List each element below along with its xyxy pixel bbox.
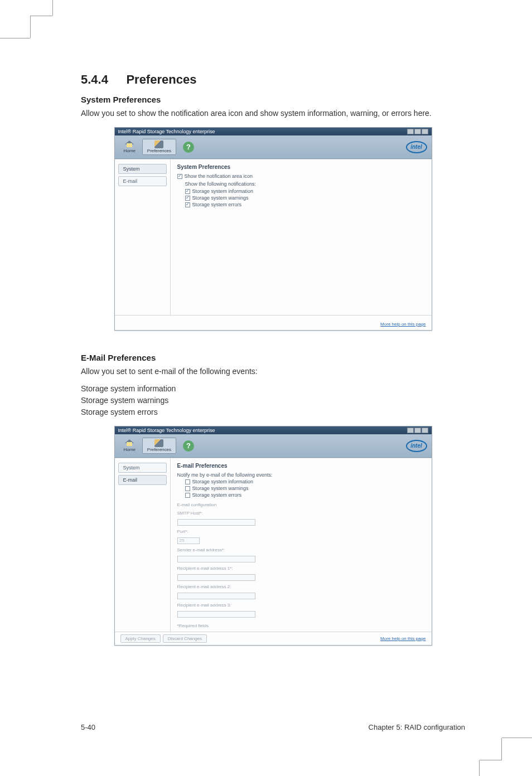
section-title: Preferences [126,72,196,87]
main-pane: E-mail Preferences Notify me by e-mail o… [171,458,432,632]
notify-label: Notify me by e-mail of the following eve… [177,472,425,478]
window-title: Intel® Rapid Storage Technology enterpri… [118,129,215,134]
apply-button[interactable]: Apply Changes [120,634,161,643]
notify-info-row[interactable]: Storage system information [185,479,425,484]
sender-label: Sender e-mail address*: [177,547,425,552]
intel-logo: intel [406,141,427,153]
preferences-label: Preferences [147,447,171,452]
home-icon [125,140,134,148]
pane-title: System Preferences [177,164,425,170]
notify-errors-row[interactable]: Storage system errors [185,492,425,498]
show-icon-label: Show the notification area icon [185,173,253,179]
smtp-label: SMTP Host*: [177,511,425,516]
page-number: 5-40 [81,723,95,731]
checkbox-icon[interactable]: ✓ [177,174,182,179]
event-errors: Storage system errors [81,406,465,418]
home-icon [125,439,134,447]
checkbox-icon[interactable] [185,486,190,491]
pane-title: E-mail Preferences [177,463,425,469]
sidebar-item-email[interactable]: E-mail [118,475,167,485]
recipient2-input[interactable] [177,593,255,599]
home-label: Home [124,148,136,153]
checkbox-icon[interactable]: ✓ [185,196,190,201]
email-preferences-heading: E-Mail Preferences [81,353,465,362]
show-following-label: Show the following notifications: [185,181,425,187]
sidebar: System E-mail [115,458,171,632]
home-button[interactable]: Home [119,139,140,154]
checkbox-icon[interactable] [185,493,190,498]
notify-info-label: Storage system information [192,188,254,194]
checkbox-icon[interactable] [185,479,190,484]
close-icon[interactable] [422,428,428,433]
notify-warnings-row[interactable]: Storage system warnings [185,486,425,491]
toolbar: Home Preferences ? intel [115,434,432,458]
sidebar: System E-mail [115,159,171,315]
help-button[interactable]: ? [178,140,199,154]
notify-info-label: Storage system information [192,479,254,484]
system-preferences-heading: System Preferences [81,95,465,104]
port-input[interactable] [177,537,200,544]
section-number: 5.4.4 [81,72,108,87]
main-pane: System Preferences ✓ Show the notificati… [171,159,432,315]
wrench-icon [154,439,163,447]
email-preferences-body: Allow you set to sent e-mail of the foll… [81,366,465,377]
sidebar-item-system[interactable]: System [118,164,167,174]
smtp-input[interactable] [177,519,255,526]
recipient1-input[interactable] [177,574,255,581]
event-warnings: Storage system warnings [81,395,465,406]
maximize-icon[interactable] [414,129,421,134]
screenshot-email-preferences: Intel® Rapid Storage Technology enterpri… [114,426,432,646]
home-label: Home [124,447,136,452]
preferences-button[interactable]: Preferences [142,438,176,454]
recipient2-label: Recipient e-mail address 2: [177,584,425,589]
email-config-label: E-mail configuration [177,502,425,507]
notify-warnings-label: Storage system warnings [192,486,249,491]
notify-warnings-label: Storage system warnings [192,195,249,201]
close-icon[interactable] [422,129,428,134]
notify-errors-label: Storage system errors [192,492,242,498]
screenshot-footer: More help on this page [115,315,432,330]
help-icon: ? [183,142,194,153]
more-help-link[interactable]: More help on this page [380,636,425,641]
notify-errors-row[interactable]: ✓ Storage system errors [185,202,425,207]
notify-info-row[interactable]: ✓ Storage system information [185,188,425,194]
toolbar: Home Preferences ? intel [115,135,432,159]
help-icon: ? [183,440,194,452]
screenshot-footer: Apply Changes Discard Changes More help … [115,632,432,645]
sidebar-item-email[interactable]: E-mail [118,176,167,186]
sender-input[interactable] [177,556,255,562]
screenshot-system-preferences: Intel® Rapid Storage Technology enterpri… [114,127,432,331]
minimize-icon[interactable] [407,428,414,433]
help-button[interactable]: ? [178,439,199,453]
port-label: Port*: [177,529,425,534]
required-note: *Required fields [177,623,425,628]
more-help-link[interactable]: More help on this page [380,322,425,327]
window-titlebar: Intel® Rapid Storage Technology enterpri… [115,426,432,434]
notify-warnings-row[interactable]: ✓ Storage system warnings [185,195,425,201]
sidebar-item-system[interactable]: System [118,463,167,473]
checkbox-icon[interactable]: ✓ [185,189,190,194]
checkbox-icon[interactable]: ✓ [185,202,190,207]
window-titlebar: Intel® Rapid Storage Technology enterpri… [115,128,432,135]
discard-button[interactable]: Discard Changes [163,634,207,643]
preferences-label: Preferences [147,148,171,153]
event-info: Storage system information [81,383,465,395]
recipient1-label: Recipient e-mail address 1*: [177,566,425,571]
notify-errors-label: Storage system errors [192,202,242,207]
maximize-icon[interactable] [414,428,421,433]
recipient3-input[interactable] [177,611,255,618]
intel-logo: intel [406,440,427,452]
chapter-label: Chapter 5: RAID configuration [369,723,465,731]
preferences-button[interactable]: Preferences [142,139,176,155]
wrench-icon [154,140,163,148]
window-title: Intel® Rapid Storage Technology enterpri… [118,428,215,433]
minimize-icon[interactable] [407,129,414,134]
show-icon-row[interactable]: ✓ Show the notification area icon [177,173,425,179]
system-preferences-body: Allow you set to show the notification a… [81,108,465,119]
page-footer: 5-40 Chapter 5: RAID configuration [81,723,465,731]
recipient3-label: Recipient e-mail address 3: [177,603,425,608]
section-header: 5.4.4 Preferences [81,72,465,87]
home-button[interactable]: Home [119,438,140,453]
